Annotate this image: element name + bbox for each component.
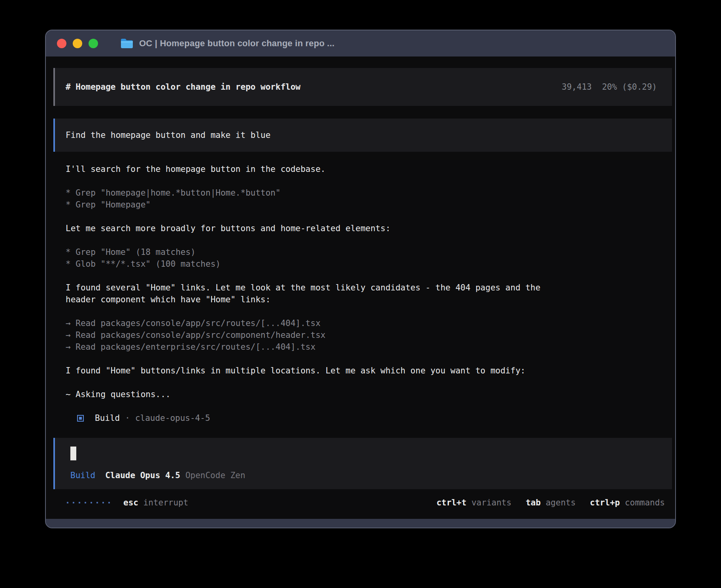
assistant-text: header component which have "Home" links… xyxy=(66,294,667,305)
input-provider-label: OpenCode Zen xyxy=(185,469,245,481)
terminal-content: # Homepage button color change in repo w… xyxy=(46,57,675,519)
assistant-text: I'll search for the homepage button in t… xyxy=(66,163,667,175)
window-bottom-strip xyxy=(46,519,675,528)
session-stats: 39,413 20% ($0.29) xyxy=(562,81,657,93)
agent-icon xyxy=(77,415,84,422)
assistant-status-text: ~ Asking questions... xyxy=(66,388,667,400)
tool-call-read: → Read packages/console/app/src/componen… xyxy=(66,329,667,341)
keyboard-hints: ctrl+t variants tab agents ctrl+p comman… xyxy=(436,497,672,509)
tool-call-grep: * Grep "Home" (18 matches) xyxy=(66,246,667,258)
tool-call-read: → Read packages/console/app/src/routes/[… xyxy=(66,317,667,329)
esc-key: esc xyxy=(123,498,138,507)
input-agent-label: Build xyxy=(70,469,95,481)
working-spinner xyxy=(67,502,110,503)
tool-call-grep: * Grep "Homepage" xyxy=(66,199,667,211)
assistant-text: I found several "Home" links. Let me loo… xyxy=(66,282,667,294)
ctrl-p-key: ctrl+p xyxy=(590,498,620,507)
tool-call-grep: * Grep "homepage|home.*button|Home.*butt… xyxy=(66,187,667,199)
window-title: OC | Homepage button color change in rep… xyxy=(139,38,334,49)
agent-model: claude-opus-4-5 xyxy=(135,412,210,424)
agent-status-line: Build · claude-opus-4-5 xyxy=(66,412,667,424)
input-meta: Build Claude Opus 4.5 OpenCode Zen xyxy=(70,469,661,481)
tool-call-glob: * Glob "**/*.tsx" (100 matches) xyxy=(66,258,667,270)
status-bar: esc interrupt ctrl+t variants tab agents… xyxy=(53,495,672,511)
hint-variants: ctrl+t variants xyxy=(436,497,511,509)
hint-commands: ctrl+p commands xyxy=(590,497,665,509)
agent-separator: · xyxy=(125,412,130,424)
terminal-window: OC | Homepage button color change in rep… xyxy=(45,30,676,528)
ctrl-t-key: ctrl+t xyxy=(436,498,466,507)
prompt-input[interactable]: Build Claude Opus 4.5 OpenCode Zen xyxy=(53,438,672,489)
agent-name: Build xyxy=(95,412,120,424)
commands-label: commands xyxy=(625,498,665,507)
user-message-text: Find the homepage button and make it blu… xyxy=(66,129,270,141)
session-header: # Homepage button color change in repo w… xyxy=(53,68,672,106)
tab-key: tab xyxy=(526,498,541,507)
minimize-button[interactable] xyxy=(73,39,82,48)
traffic-lights xyxy=(46,39,98,48)
variants-label: variants xyxy=(472,498,511,507)
assistant-text: Let me search more broadly for buttons a… xyxy=(66,222,667,234)
tool-call-read: → Read packages/enterprise/src/routes/[.… xyxy=(66,341,667,353)
zoom-button[interactable] xyxy=(89,39,98,48)
hint-interrupt: esc interrupt xyxy=(123,497,188,509)
user-message: Find the homepage button and make it blu… xyxy=(53,119,672,152)
hint-agents: tab agents xyxy=(526,497,576,509)
folder-icon xyxy=(120,38,134,49)
context-cost: 20% ($0.29) xyxy=(602,81,657,93)
assistant-transcript: I'll search for the homepage button in t… xyxy=(66,163,667,424)
token-count: 39,413 xyxy=(562,81,592,93)
assistant-text: I found "Home" buttons/links in multiple… xyxy=(66,365,667,377)
titlebar: OC | Homepage button color change in rep… xyxy=(46,30,675,57)
input-model-label: Claude Opus 4.5 xyxy=(105,469,180,481)
close-button[interactable] xyxy=(57,39,66,48)
agents-label: agents xyxy=(545,498,576,507)
text-cursor xyxy=(70,447,76,460)
session-title: # Homepage button color change in repo w… xyxy=(66,81,300,93)
esc-label: interrupt xyxy=(143,498,189,507)
